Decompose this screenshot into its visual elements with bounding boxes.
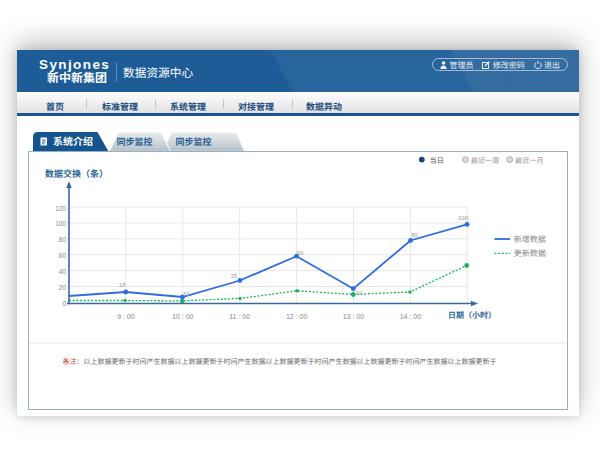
svg-text:120: 120	[55, 205, 66, 212]
svg-text:18: 18	[119, 282, 126, 288]
svg-text:80: 80	[59, 236, 67, 243]
svg-text:0: 0	[62, 300, 66, 307]
svg-text:日期（小时）: 日期（小时）	[448, 311, 496, 320]
svg-text:14 : 00: 14 : 00	[400, 313, 422, 320]
svg-text:80: 80	[411, 232, 418, 238]
svg-text:20: 20	[59, 284, 67, 291]
svg-text:更新数据: 更新数据	[514, 249, 546, 258]
svg-text:60: 60	[59, 252, 67, 259]
svg-text:11 : 00: 11 : 00	[229, 313, 250, 320]
svg-text:10: 10	[183, 291, 190, 297]
svg-text:40: 40	[59, 268, 67, 275]
svg-text:35: 35	[231, 273, 238, 279]
svg-text:同步监控: 同步监控	[117, 137, 153, 147]
svg-text:最近一月: 最近一月	[515, 156, 544, 165]
svg-text:100: 100	[55, 220, 66, 227]
svg-text:10 : 00: 10 : 00	[172, 313, 194, 320]
svg-text:当日: 当日	[430, 156, 444, 165]
svg-text:最近一周: 最近一周	[471, 156, 500, 165]
svg-text:60: 60	[297, 250, 304, 256]
svg-text:12 : 00: 12 : 00	[286, 313, 308, 320]
svg-text:13 : 00: 13 : 00	[343, 313, 365, 320]
svg-text:备注：以上数据更新于时间产生数据以上数据更新于时间产生数据以: 备注：以上数据更新于时间产生数据以上数据更新于时间产生数据以上数据更新于时间产生…	[63, 358, 497, 365]
svg-text:10: 10	[355, 290, 361, 296]
svg-text:新增数据: 新增数据	[514, 235, 546, 244]
svg-text:100: 100	[458, 215, 469, 221]
svg-text:数据交换（条）: 数据交换（条）	[45, 169, 108, 179]
svg-text:9 : 00: 9 : 00	[117, 313, 135, 320]
svg-text:系统介绍: 系统介绍	[53, 136, 93, 147]
svg-text:同步监控: 同步监控	[176, 137, 212, 147]
